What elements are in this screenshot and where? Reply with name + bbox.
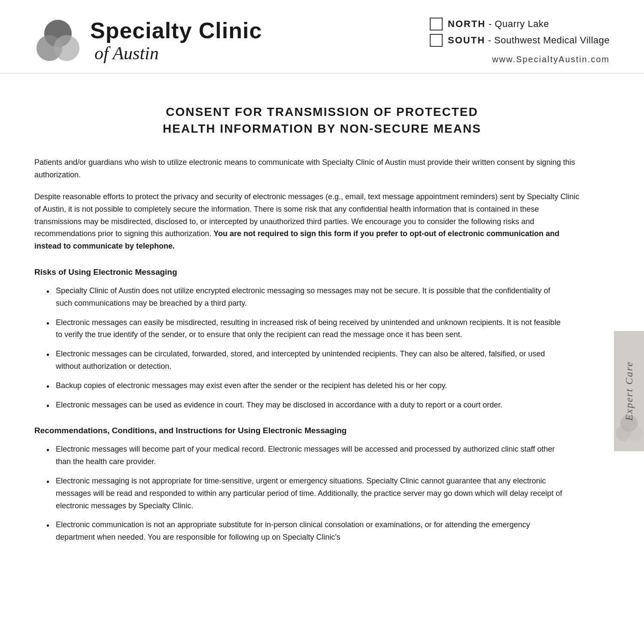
south-detail: - Southwest Medical Village (488, 35, 610, 46)
document-title: CONSENT FOR TRANSMISSION OF PROTECTED HE… (34, 103, 610, 137)
recommendations-list: Electronic messages will become part of … (34, 443, 567, 544)
risk-item-4: Backup copies of electronic messages may… (43, 380, 567, 392)
header: Specialty Clinic of Austin NORTH - Quarr… (0, 0, 644, 73)
title-line1: CONSENT FOR TRANSMISSION OF PROTECTED (166, 105, 478, 118)
location-north-text: NORTH - Quarry Lake (448, 18, 549, 30)
north-detail: - Quarry Lake (489, 18, 549, 29)
svg-point-2 (54, 35, 79, 61)
risk-item-3: Electronic messages can be circulated, f… (43, 348, 567, 373)
risk-item-1: Specialty Clinic of Austin does not util… (43, 285, 567, 310)
locations: NORTH - Quarry Lake SOUTH - Southwest Me… (430, 18, 610, 47)
location-north-box (430, 18, 443, 30)
section2-heading: Recommendations, Conditions, and Instruc… (34, 426, 580, 435)
header-right: NORTH - Quarry Lake SOUTH - Southwest Me… (430, 18, 610, 64)
risk-item-5: Electronic messages can be used as evide… (43, 399, 567, 411)
south-label: SOUTH (448, 35, 485, 46)
rec-item-3: Electronic communication is not an appro… (43, 519, 567, 544)
side-banner-text: Expert Care (623, 361, 635, 421)
intro-paragraph-2: Despite reasonable efforts to protect th… (34, 191, 580, 252)
location-north-row: NORTH - Quarry Lake (430, 18, 610, 30)
svg-point-5 (627, 425, 642, 441)
main-content: Expert Care CONSENT FOR TRANSMISSION OF … (0, 73, 644, 579)
location-south-box (430, 34, 443, 47)
risks-list: Specialty Clinic of Austin does not util… (34, 285, 567, 411)
north-label: NORTH (448, 18, 486, 29)
rec-item-1: Electronic messages will become part of … (43, 443, 567, 468)
side-banner: Expert Care (614, 331, 644, 451)
location-south-row: SOUTH - Southwest Medical Village (430, 34, 610, 47)
section1-heading: Risks of Using Electronic Messaging (34, 267, 580, 277)
website-url: www.SpecialtyAustin.com (492, 55, 610, 64)
location-south-text: SOUTH - Southwest Medical Village (448, 35, 610, 46)
risk-item-2: Electronic messages can easily be misdir… (43, 316, 567, 341)
page-wrapper: Specialty Clinic of Austin NORTH - Quarr… (0, 0, 644, 644)
title-line2: HEALTH INFORMATION BY NON-SECURE MEANS (163, 122, 481, 135)
logo-section: Specialty Clinic of Austin (34, 17, 262, 64)
clinic-logo-graphic (34, 17, 82, 64)
intro-paragraph-1: Patients and/or guardians who wish to ut… (34, 156, 580, 181)
clinic-name-bottom: of Austin (94, 43, 262, 63)
clinic-name: Specialty Clinic of Austin (90, 18, 262, 63)
clinic-name-top: Specialty Clinic (90, 18, 262, 43)
rec-item-2: Electronic messaging is not appropriate … (43, 475, 567, 512)
